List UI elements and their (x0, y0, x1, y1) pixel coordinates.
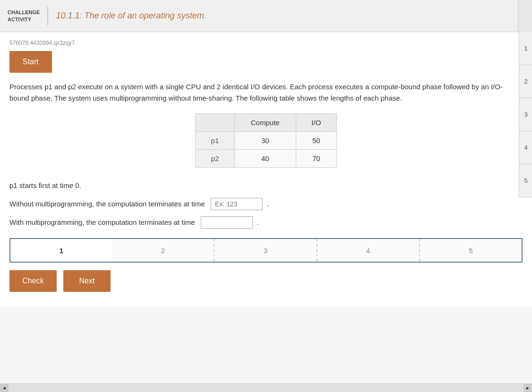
without-multiprog-line: Without multiprogramming, the computatio… (9, 197, 523, 210)
table-header-io: I/O (296, 114, 336, 132)
right-panel-item-4[interactable]: 4 (519, 131, 532, 164)
scroll-track[interactable] (9, 384, 523, 392)
check-button[interactable]: Check (9, 270, 57, 292)
right-panel-item-1[interactable]: 1 (519, 32, 532, 65)
table-cell-p1-io: 50 (296, 132, 336, 150)
tab-5[interactable]: 5 (420, 239, 522, 262)
tab-2[interactable]: 2 (112, 239, 215, 262)
period-1: . (266, 200, 268, 208)
start-button[interactable]: Start (9, 51, 52, 73)
tab-3[interactable]: 3 (215, 239, 317, 262)
question-tabs: 1 2 3 4 5 (9, 238, 523, 263)
tab-4[interactable]: 4 (317, 239, 420, 262)
table-row-p1: p1 30 50 (196, 132, 337, 150)
activity-id: 576078.4430994.qx3zqy7 (9, 40, 523, 46)
scroll-right-arrow[interactable]: ► (523, 384, 532, 392)
right-panel-item-5[interactable]: 5 (519, 164, 532, 197)
description-text: Processes p1 and p2 execute on a system … (9, 81, 510, 104)
next-button[interactable]: Next (63, 270, 111, 292)
header-divider (47, 7, 48, 26)
with-multiprog-line: With multiprogramming, the computation t… (9, 216, 523, 229)
right-panel: 1 2 3 4 5 (519, 32, 532, 197)
with-multiprog-label: With multiprogramming, the computation t… (9, 218, 195, 226)
challenge-activity-label: CHALLENGE ACTIVITY (8, 9, 40, 23)
bottom-buttons: Check Next (9, 270, 523, 292)
table-row-p2: p2 40 70 (196, 150, 337, 168)
scrollbar: ◄ ► (0, 383, 532, 392)
tab-1[interactable]: 1 (9, 238, 113, 263)
table-header-empty (196, 114, 235, 132)
without-multiprog-label: Without multiprogramming, the computatio… (9, 200, 205, 208)
table-cell-p2-label: p2 (196, 150, 235, 168)
table-cell-p1-label: p1 (196, 132, 235, 150)
scroll-left-arrow[interactable]: ◄ (0, 384, 9, 392)
table-cell-p2-io: 70 (296, 150, 336, 168)
header-right-tab (518, 0, 532, 32)
without-multiprog-input[interactable] (211, 198, 263, 210)
right-panel-item-3[interactable]: 3 (519, 98, 532, 131)
table-cell-p1-compute: 30 (234, 132, 296, 150)
process-table: Compute I/O p1 30 50 p2 40 70 (195, 113, 337, 168)
table-header-compute: Compute (234, 114, 296, 132)
with-multiprog-input[interactable] (201, 216, 253, 229)
header: CHALLENGE ACTIVITY 10.1.1: The role of a… (0, 0, 532, 32)
main-content: 576078.4430994.qx3zqy7 Start Processes p… (0, 32, 532, 307)
p1-starts-info: p1 starts first at time 0. (9, 179, 523, 192)
table-cell-p2-compute: 40 (234, 150, 296, 168)
right-panel-item-2[interactable]: 2 (519, 65, 532, 98)
header-title: 10.1.1: The role of an operating system. (56, 11, 206, 21)
period-2: . (257, 218, 259, 226)
